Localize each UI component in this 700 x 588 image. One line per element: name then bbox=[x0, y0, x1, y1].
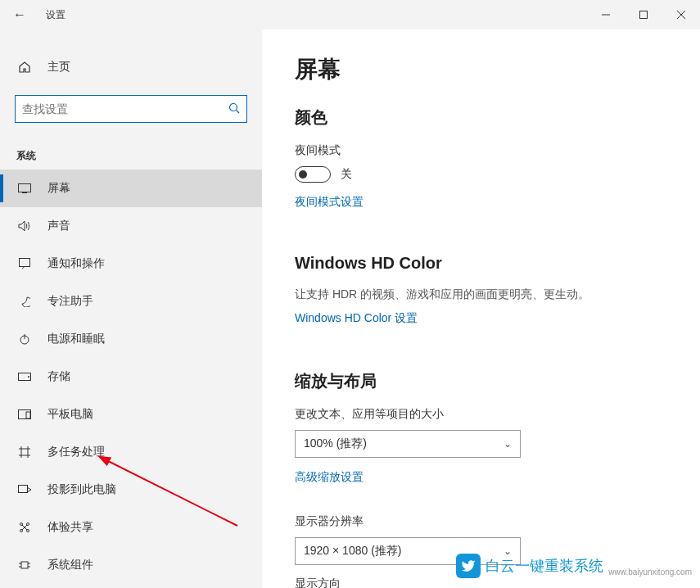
project-icon bbox=[16, 485, 33, 495]
sidebar-item-shared[interactable]: 体验共享 bbox=[0, 509, 262, 546]
display-icon bbox=[16, 183, 33, 193]
sidebar: 主页 系统 屏幕 声音 通知和操作 专注助手 电源和睡眠 存储 bbox=[0, 29, 262, 588]
search-input[interactable] bbox=[22, 102, 228, 115]
sidebar-item-label: 专注助手 bbox=[47, 294, 93, 309]
section-hd-title: Windows HD Color bbox=[295, 254, 667, 273]
multitask-icon bbox=[16, 446, 33, 458]
sidebar-item-power[interactable]: 电源和睡眠 bbox=[0, 320, 262, 358]
titlebar: ← 设置 bbox=[0, 0, 700, 29]
sidebar-item-tablet[interactable]: 平板电脑 bbox=[0, 396, 262, 433]
watermark-icon bbox=[456, 554, 481, 578]
watermark: 白云一键重装系统 www.baiyunxitong.com bbox=[456, 554, 692, 578]
scale-label: 更改文本、应用等项目的大小 bbox=[295, 407, 667, 422]
sidebar-item-display[interactable]: 屏幕 bbox=[0, 170, 262, 207]
search-icon bbox=[228, 102, 240, 116]
sidebar-item-notifications[interactable]: 通知和操作 bbox=[0, 245, 262, 283]
sidebar-item-label: 电源和睡眠 bbox=[47, 332, 105, 346]
svg-rect-26 bbox=[21, 562, 28, 568]
night-mode-toggle[interactable] bbox=[295, 166, 331, 183]
home-label: 主页 bbox=[47, 60, 70, 75]
back-button[interactable]: ← bbox=[0, 7, 39, 22]
sidebar-item-label: 声音 bbox=[47, 219, 70, 233]
focus-icon bbox=[16, 296, 33, 307]
notifications-icon bbox=[16, 258, 33, 269]
svg-rect-1 bbox=[640, 11, 648, 19]
sidebar-item-multitask[interactable]: 多任务处理 bbox=[0, 433, 262, 471]
sidebar-item-label: 屏幕 bbox=[47, 181, 70, 196]
page-title: 屏幕 bbox=[295, 54, 667, 85]
watermark-text: 白云一键重装系统 bbox=[485, 556, 603, 576]
svg-point-4 bbox=[230, 103, 237, 111]
maximize-button[interactable] bbox=[625, 0, 662, 29]
storage-icon bbox=[16, 373, 33, 381]
tablet-icon bbox=[16, 409, 33, 419]
sidebar-item-components[interactable]: 系统组件 bbox=[0, 546, 262, 584]
main-content: 屏幕 颜色 夜间模式 关 夜间模式设置 Windows HD Color 让支持… bbox=[262, 29, 700, 588]
resolution-value: 1920 × 1080 (推荐) bbox=[304, 544, 401, 559]
chevron-down-icon: ⌄ bbox=[504, 438, 512, 450]
svg-rect-8 bbox=[20, 259, 30, 267]
section-color-title: 颜色 bbox=[295, 106, 667, 129]
search-input-container[interactable] bbox=[15, 95, 247, 123]
sidebar-item-sound[interactable]: 声音 bbox=[0, 207, 262, 245]
watermark-url: www.baiyunxitong.com bbox=[608, 568, 692, 577]
night-mode-state: 关 bbox=[341, 167, 352, 182]
sidebar-item-label: 存储 bbox=[47, 369, 70, 384]
close-button[interactable] bbox=[662, 0, 700, 29]
sidebar-item-label: 通知和操作 bbox=[47, 256, 105, 271]
section-scale-title: 缩放与布局 bbox=[295, 370, 667, 392]
sidebar-item-label: 平板电脑 bbox=[47, 407, 93, 422]
window-title: 设置 bbox=[46, 8, 65, 22]
components-icon bbox=[16, 559, 33, 571]
sidebar-item-project[interactable]: 投影到此电脑 bbox=[0, 471, 262, 509]
night-mode-label: 夜间模式 bbox=[295, 143, 667, 158]
svg-rect-19 bbox=[19, 486, 28, 493]
sound-icon bbox=[16, 220, 33, 232]
advanced-scale-link[interactable]: 高级缩放设置 bbox=[295, 470, 364, 485]
scale-value: 100% (推荐) bbox=[304, 436, 367, 451]
svg-rect-14 bbox=[26, 412, 30, 418]
svg-line-5 bbox=[237, 110, 240, 113]
svg-point-12 bbox=[28, 376, 29, 378]
home-nav[interactable]: 主页 bbox=[0, 49, 262, 85]
sidebar-item-label: 投影到此电脑 bbox=[47, 482, 116, 497]
sidebar-item-label: 系统组件 bbox=[47, 558, 93, 572]
night-mode-settings-link[interactable]: 夜间模式设置 bbox=[295, 195, 364, 210]
scale-dropdown[interactable]: 100% (推荐) ⌄ bbox=[295, 430, 521, 458]
orientation-label: 显示方向 bbox=[295, 577, 667, 588]
sidebar-item-label: 多任务处理 bbox=[47, 445, 105, 459]
sidebar-group-label: 系统 bbox=[0, 129, 262, 170]
resolution-label: 显示器分辨率 bbox=[295, 514, 667, 529]
hd-settings-link[interactable]: Windows HD Color 设置 bbox=[295, 311, 418, 326]
hd-desc: 让支持 HDR 的视频、游戏和应用的画面更明亮、更生动。 bbox=[295, 287, 667, 302]
shared-icon bbox=[16, 522, 33, 533]
svg-rect-6 bbox=[19, 184, 31, 192]
sidebar-item-label: 体验共享 bbox=[47, 520, 93, 535]
home-icon bbox=[16, 61, 33, 74]
sidebar-item-focus[interactable]: 专注助手 bbox=[0, 283, 262, 320]
minimize-button[interactable] bbox=[587, 0, 625, 29]
svg-rect-13 bbox=[19, 410, 31, 419]
power-icon bbox=[16, 333, 33, 345]
sidebar-item-storage[interactable]: 存储 bbox=[0, 358, 262, 396]
